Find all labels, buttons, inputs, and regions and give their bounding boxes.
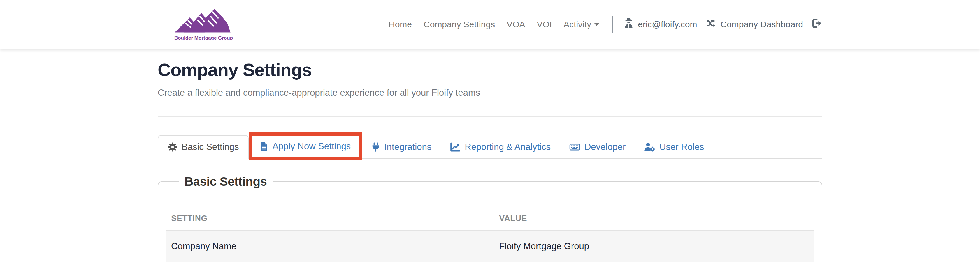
page-subtitle: Create a flexible and compliance-appropr… (158, 88, 822, 98)
file-text-icon (260, 141, 268, 151)
activity-label: Activity (563, 19, 591, 29)
tab-reporting-analytics[interactable]: Reporting & Analytics (441, 136, 560, 158)
tab-label: Developer (584, 142, 625, 152)
user-email: eric@floify.com (638, 19, 697, 29)
nav-item-voi[interactable]: VOI (537, 19, 552, 29)
user-secret-icon (624, 18, 634, 31)
user-gear-icon (644, 142, 655, 152)
setting-label: Country (167, 262, 495, 269)
table-row-country: Country (167, 262, 813, 269)
nav-right-group: eric@floify.com Company Da (624, 18, 822, 31)
nav-item-company-settings[interactable]: Company Settings (423, 19, 495, 29)
chevron-down-icon (594, 23, 599, 26)
tab-label: Reporting & Analytics (465, 142, 550, 152)
tab-label: User Roles (659, 142, 704, 152)
tab-label: Basic Settings (181, 142, 239, 152)
nav-item-voa[interactable]: VOA (507, 19, 525, 29)
table-row-company-name: Company Name Floify Mortgage Group (167, 230, 813, 262)
setting-label: Company Name (167, 230, 495, 262)
nav-divider (612, 16, 613, 33)
shuffle-icon (706, 19, 716, 30)
setting-value (495, 262, 813, 269)
keyboard-icon (569, 142, 581, 152)
panel-legend: Basic Settings (179, 175, 272, 189)
tab-apply-now-settings[interactable]: Apply Now Settings (252, 136, 359, 157)
settings-table: SETTING VALUE Company Name Floify Mortga… (167, 208, 813, 269)
tab-basic-settings[interactable]: Basic Settings (158, 135, 249, 159)
column-header-setting: SETTING (167, 208, 495, 230)
tab-label: Apply Now Settings (272, 141, 351, 152)
highlight-annotation-box: Apply Now Settings (249, 133, 362, 160)
logo-caption: Boulder Mortgage Group (174, 35, 233, 41)
tab-user-roles[interactable]: User Roles (635, 136, 713, 158)
sign-out-button[interactable] (812, 18, 822, 30)
basic-settings-panel: Basic Settings SETTING VALUE Company Nam… (158, 175, 822, 269)
sign-out-icon (812, 18, 822, 30)
plug-icon (371, 142, 380, 152)
nav-item-activity-dropdown[interactable]: Activity (563, 19, 599, 29)
company-dashboard-label: Company Dashboard (721, 19, 803, 29)
user-account-link[interactable]: eric@floify.com (624, 18, 697, 31)
chart-line-icon (450, 142, 461, 152)
tab-label: Integrations (384, 142, 431, 152)
nav-item-home[interactable]: Home (388, 19, 412, 29)
gear-icon (168, 142, 178, 152)
top-navbar: Boulder Mortgage Group Home Company Sett… (0, 0, 980, 49)
setting-value: Floify Mortgage Group (495, 230, 813, 262)
company-dashboard-link[interactable]: Company Dashboard (706, 19, 803, 30)
header-divider (158, 116, 822, 117)
page-title: Company Settings (158, 59, 822, 80)
settings-tabbar: Basic Settings Apply Now Settings (158, 133, 822, 159)
page-content: Company Settings Create a flexible and c… (158, 59, 822, 269)
tab-integrations[interactable]: Integrations (362, 136, 441, 158)
column-header-value: VALUE (495, 208, 813, 230)
company-logo[interactable]: Boulder Mortgage Group (172, 8, 235, 41)
mountain-logo-icon (174, 8, 234, 35)
main-nav: Home Company Settings VOA VOI Activity (388, 19, 599, 29)
tab-developer[interactable]: Developer (560, 136, 635, 158)
